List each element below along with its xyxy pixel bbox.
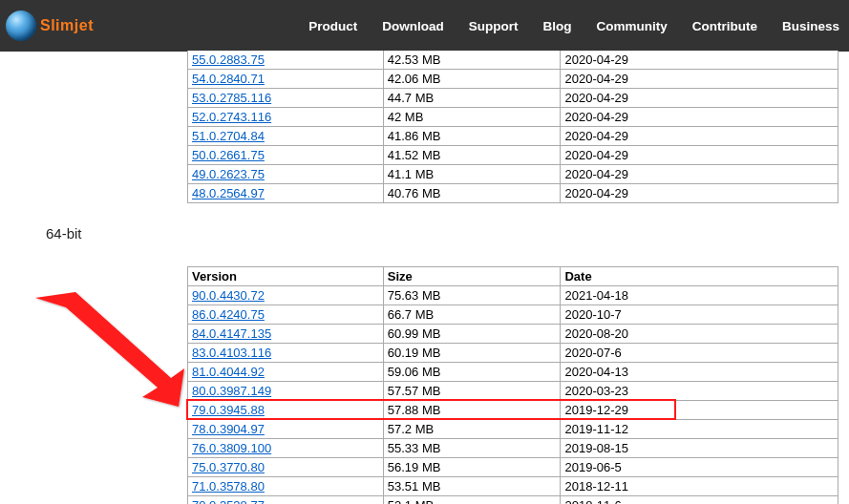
nav-product[interactable]: Product — [308, 19, 357, 33]
cell-version: 54.0.2840.71 — [188, 70, 384, 89]
arrow-icon — [28, 290, 190, 414]
cell-size: 41.1 MB — [383, 165, 561, 184]
table-row: 52.0.2743.11642 MB2020-04-29 — [188, 108, 838, 127]
cell-version: 49.0.2623.75 — [188, 165, 384, 184]
cell-date: 2020-08-20 — [561, 325, 838, 344]
downloads-table-64bit: Version Size Date 90.0.4430.7275.63 MB20… — [187, 266, 838, 504]
cell-version: 50.0.2661.75 — [188, 146, 384, 165]
cell-version: 80.0.3987.149 — [188, 382, 384, 401]
table-row: 75.0.3770.8056.19 MB2019-06-5 — [188, 458, 838, 477]
table-row: 48.0.2564.9740.76 MB2020-04-29 — [188, 184, 838, 203]
table-row: 51.0.2704.8441.86 MB2020-04-29 — [188, 127, 838, 146]
cell-size: 41.52 MB — [383, 146, 561, 165]
cell-version: 84.0.4147.135 — [188, 325, 384, 344]
version-link[interactable]: 80.0.3987.149 — [192, 384, 271, 398]
table-row: 76.0.3809.10055.33 MB2019-08-15 — [188, 439, 838, 458]
cell-version: 48.0.2564.97 — [188, 184, 384, 203]
table-row: 71.0.3578.8053.51 MB2018-12-11 — [188, 477, 838, 496]
cell-date: 2020-10-7 — [561, 305, 838, 325]
cell-size: 75.63 MB — [383, 286, 561, 305]
top-nav: Product Download Support Blog Community … — [308, 19, 839, 33]
col-version: Version — [188, 267, 384, 286]
version-link[interactable]: 70.0.3538.77 — [192, 498, 265, 504]
nav-download[interactable]: Download — [382, 19, 444, 33]
nav-support[interactable]: Support — [469, 19, 519, 33]
cell-size: 57.88 MB — [383, 401, 561, 420]
table-row: 80.0.3987.14957.57 MB2020-03-23 — [188, 382, 838, 401]
cell-size: 66.7 MB — [383, 305, 561, 325]
cell-size: 57.57 MB — [383, 382, 561, 401]
cell-date: 2020-04-13 — [561, 363, 838, 382]
table-header-row: Version Size Date — [188, 267, 838, 286]
cell-date: 2019-11-12 — [561, 420, 838, 439]
version-link[interactable]: 83.0.4103.116 — [192, 346, 271, 360]
version-link[interactable]: 51.0.2704.84 — [192, 129, 265, 143]
cell-date: 2018-12-11 — [561, 477, 838, 496]
table-row: 55.0.2883.7542.53 MB2020-04-29 — [188, 51, 838, 70]
downloads-table-32bit: 55.0.2883.7542.53 MB2020-04-2954.0.2840.… — [187, 51, 838, 203]
version-link[interactable]: 48.0.2564.97 — [192, 186, 265, 200]
col-date: Date — [561, 267, 838, 286]
cell-date: 2019-12-29 — [561, 401, 838, 420]
cell-version: 90.0.4430.72 — [188, 286, 384, 305]
version-link[interactable]: 90.0.4430.72 — [192, 288, 265, 303]
cell-date: 2020-04-29 — [561, 146, 838, 165]
version-link[interactable]: 50.0.2661.75 — [192, 148, 265, 162]
cell-version: 52.0.2743.116 — [188, 108, 384, 127]
table-row: 81.0.4044.9259.06 MB2020-04-13 — [188, 363, 838, 382]
site-header: Slimjet Product Download Support Blog Co… — [0, 0, 849, 52]
cell-date: 2021-04-18 — [561, 286, 838, 305]
cell-size: 42.53 MB — [383, 51, 561, 70]
cell-size: 59.06 MB — [383, 363, 561, 382]
cell-size: 60.99 MB — [383, 325, 561, 344]
cell-date: 2020-04-29 — [561, 51, 838, 70]
cell-size: 42 MB — [383, 108, 561, 127]
cell-date: 2019-06-5 — [561, 458, 838, 477]
cell-date: 2020-04-29 — [561, 184, 838, 203]
version-link[interactable]: 75.0.3770.80 — [192, 460, 265, 474]
cell-version: 70.0.3538.77 — [188, 496, 384, 505]
cell-date: 2020-07-6 — [561, 344, 838, 363]
nav-business[interactable]: Business — [782, 19, 839, 33]
cell-date: 2020-04-29 — [561, 165, 838, 184]
version-link[interactable]: 84.0.4147.135 — [192, 326, 271, 341]
globe-icon — [6, 10, 36, 41]
version-link[interactable]: 76.0.3809.100 — [192, 441, 271, 455]
nav-contribute[interactable]: Contribute — [692, 19, 757, 33]
table-row: 86.0.4240.7566.7 MB2020-10-7 — [188, 305, 838, 325]
table-row: 78.0.3904.9757.2 MB2019-11-12 — [188, 420, 838, 439]
cell-version: 83.0.4103.116 — [188, 344, 384, 363]
cell-date: 2020-04-29 — [561, 70, 838, 89]
version-link[interactable]: 49.0.2623.75 — [192, 167, 265, 181]
cell-date: 2018-11-6 — [561, 496, 838, 505]
version-link[interactable]: 54.0.2840.71 — [192, 72, 265, 86]
cell-version: 86.0.4240.75 — [188, 305, 384, 325]
cell-version: 75.0.3770.80 — [188, 458, 384, 477]
table-row: 53.0.2785.11644.7 MB2020-04-29 — [188, 89, 838, 108]
cell-date: 2020-04-29 — [561, 89, 838, 108]
cell-version: 79.0.3945.88 — [188, 401, 384, 420]
table-row: 49.0.2623.7541.1 MB2020-04-29 — [188, 165, 838, 184]
cell-size: 52.1 MB — [383, 496, 561, 505]
version-link[interactable]: 55.0.2883.75 — [192, 52, 265, 67]
cell-size: 57.2 MB — [383, 420, 561, 439]
table-row: 50.0.2661.7541.52 MB2020-04-29 — [188, 146, 838, 165]
version-link[interactable]: 71.0.3578.80 — [192, 479, 265, 494]
cell-version: 53.0.2785.116 — [188, 89, 384, 108]
version-link[interactable]: 52.0.2743.116 — [192, 110, 271, 124]
cell-size: 55.33 MB — [383, 439, 561, 458]
nav-community[interactable]: Community — [596, 19, 667, 33]
version-link[interactable]: 78.0.3904.97 — [192, 422, 265, 436]
cell-date: 2020-03-23 — [561, 382, 838, 401]
brand-logo[interactable]: Slimjet — [6, 10, 94, 41]
version-link[interactable]: 79.0.3945.88 — [192, 403, 265, 417]
version-link[interactable]: 53.0.2785.116 — [192, 91, 271, 105]
cell-size: 60.19 MB — [383, 344, 561, 363]
version-link[interactable]: 86.0.4240.75 — [192, 307, 265, 322]
content-area: 55.0.2883.7542.53 MB2020-04-2954.0.2840.… — [0, 51, 849, 504]
cell-date: 2019-08-15 — [561, 439, 838, 458]
col-size: Size — [383, 267, 561, 286]
nav-blog[interactable]: Blog — [542, 19, 571, 33]
version-link[interactable]: 81.0.4044.92 — [192, 365, 265, 379]
cell-version: 76.0.3809.100 — [188, 439, 384, 458]
